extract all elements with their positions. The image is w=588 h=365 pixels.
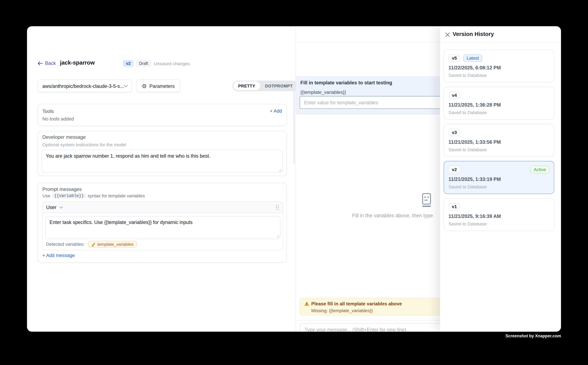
version-saved-label: Saved to Database — [449, 73, 487, 78]
pencil-icon — [91, 242, 96, 246]
hint-prefix: Use — [42, 193, 50, 198]
version-item-v1[interactable]: v1 11/21/2025, 9:16:39 AM Saved to Datab… — [444, 198, 554, 231]
version-chip-row: v5 Latest — [449, 54, 549, 62]
developer-message-subtitle: Optional system instructions for the mod… — [42, 142, 126, 147]
template-syntax-hint: Use {{variable}} syntax for template var… — [42, 193, 145, 198]
prompt-messages-card: Prompt messages Use {{variable}} syntax … — [38, 183, 287, 263]
tab-pretty[interactable]: PRETTY — [233, 81, 260, 90]
version-item-v5[interactable]: v5 Latest 11/22/2025, 6:08:12 PM Saved t… — [444, 49, 554, 83]
watermark-label: Screenshot by Xnapper.com — [505, 334, 561, 338]
gear-icon: ⚙ — [142, 83, 147, 89]
add-tool-button[interactable]: + Add — [270, 108, 282, 114]
tools-card: Tools + Add No tools added — [38, 104, 287, 126]
latest-badge: Latest — [463, 54, 482, 62]
version-chip: v4 — [449, 91, 460, 99]
model-select-value: aws/anthropic/bedrock-claude-3-5-s... — [42, 83, 124, 89]
message-role-header: User — [42, 202, 283, 213]
user-message-field-wrap: Enter task specifics. Use {{template_var… — [45, 216, 281, 239]
no-tools-label: No tools added — [42, 116, 74, 121]
user-message-input[interactable]: Enter task specifics. Use {{template_var… — [45, 216, 281, 239]
empty-state-hint: Fill in the variables above, then type — [352, 213, 433, 218]
version-item-v3[interactable]: v3 11/21/2025, 1:33:56 PM Saved to Datab… — [444, 124, 554, 157]
version-chip-row: v3 — [449, 129, 549, 136]
version-history-header: Version History — [440, 26, 561, 43]
tab-dotprompt[interactable]: DOTPROMPT — [260, 81, 297, 90]
template-variable-chip[interactable]: template_variables — [88, 241, 137, 248]
version-saved-label: Saved to Database — [449, 184, 487, 190]
active-badge: Active — [530, 166, 549, 173]
version-item-v4[interactable]: v4 11/21/2025, 1:36:28 PM Saved to Datab… — [444, 87, 554, 120]
version-chip: v5 — [449, 54, 460, 62]
variable-code-chip: {{variable}} — [52, 193, 86, 198]
version-timestamp: 11/21/2025, 1:33:56 PM — [449, 139, 501, 145]
template-variable-name: {{template_variables}} — [300, 90, 346, 95]
developer-message-field-wrap: You are jack sparrow number 1, respond a… — [42, 150, 283, 173]
hint-suffix: syntax for template variables — [88, 193, 145, 198]
version-timestamp: 11/21/2025, 1:33:19 PM — [449, 176, 501, 182]
version-saved-label: Saved to Database — [449, 147, 487, 152]
warning-title: Please fill in all template variables ab… — [311, 301, 402, 306]
add-message-button[interactable]: + Add message — [42, 253, 75, 258]
editor-header: Back jack-sparrow v2 Draft Unsaved chang… — [27, 59, 296, 69]
version-item-v2-active[interactable]: v2 Active 11/21/2025, 1:33:19 PM Saved t… — [444, 161, 554, 194]
back-label: Back — [45, 60, 56, 66]
model-select[interactable]: aws/anthropic/bedrock-claude-3-5-s... — [38, 80, 132, 92]
version-chip-row: v4 — [449, 91, 549, 99]
fill-variables-title: Fill in template variables to start test… — [300, 80, 392, 85]
version-saved-label: Saved to Database — [449, 110, 487, 115]
version-badge: v2 — [123, 60, 133, 67]
parameters-button[interactable]: ⚙ Parameters — [136, 80, 180, 92]
version-chip-row: v2 Active — [449, 166, 549, 173]
version-timestamp: 11/21/2025, 1:36:28 PM — [449, 102, 501, 108]
developer-message-title: Developer message — [42, 134, 86, 140]
developer-message-card: Developer message Optional system instru… — [38, 131, 287, 176]
unsaved-changes-label: Unsaved changes — [154, 61, 190, 66]
role-select[interactable]: User — [46, 204, 63, 210]
detected-variables-row: Detected variables: template_variables — [46, 241, 137, 248]
scrollbar-thumb[interactable] — [293, 86, 295, 164]
arrow-left-icon — [38, 61, 43, 65]
version-timestamp: 11/22/2025, 6:08:12 PM — [449, 65, 501, 70]
prompt-messages-title: Prompt messages — [42, 187, 82, 192]
version-history-title: Version History — [453, 31, 494, 37]
detected-variables-label: Detected variables: — [46, 242, 85, 247]
developer-message-input[interactable]: You are jack sparrow number 1, respond a… — [42, 150, 283, 173]
role-select-value: User — [46, 204, 56, 210]
tools-title: Tools — [42, 108, 54, 114]
chevron-down-icon — [59, 206, 63, 208]
page-title: jack-sparrow — [60, 59, 95, 66]
chevron-down-icon — [124, 85, 128, 87]
parameters-label: Parameters — [149, 83, 175, 89]
bot-icon — [420, 193, 433, 208]
version-chip: v2 — [449, 166, 460, 173]
warning-missing-detail: Missing: {{template_variables}} — [311, 308, 373, 313]
version-history-panel: Version History v5 Latest 11/22/2025, 6:… — [440, 26, 561, 332]
version-chip: v1 — [449, 203, 460, 211]
prompt-message-block: User Enter task specifics. Use {{templat… — [42, 202, 283, 250]
drag-handle-icon[interactable] — [276, 205, 279, 210]
template-variable-chip-label: template_variables — [97, 242, 134, 246]
back-button[interactable]: Back — [38, 60, 56, 66]
close-icon[interactable] — [443, 30, 452, 39]
app-window: Back jack-sparrow v2 Draft Unsaved chang… — [27, 26, 561, 332]
version-saved-label: Saved to Database — [449, 221, 487, 227]
version-chip-row: v1 — [449, 203, 549, 211]
version-timestamp: 11/21/2025, 9:16:39 AM — [449, 213, 501, 219]
prompt-editor-column: Back jack-sparrow v2 Draft Unsaved chang… — [27, 26, 296, 332]
draft-badge: Draft — [136, 60, 151, 67]
view-mode-toggle: PRETTY DOTPROMPT — [233, 81, 298, 91]
screenshot-stage: Back jack-sparrow v2 Draft Unsaved chang… — [0, 0, 588, 365]
warning-triangle-icon — [304, 301, 309, 306]
version-chip: v3 — [449, 129, 460, 136]
